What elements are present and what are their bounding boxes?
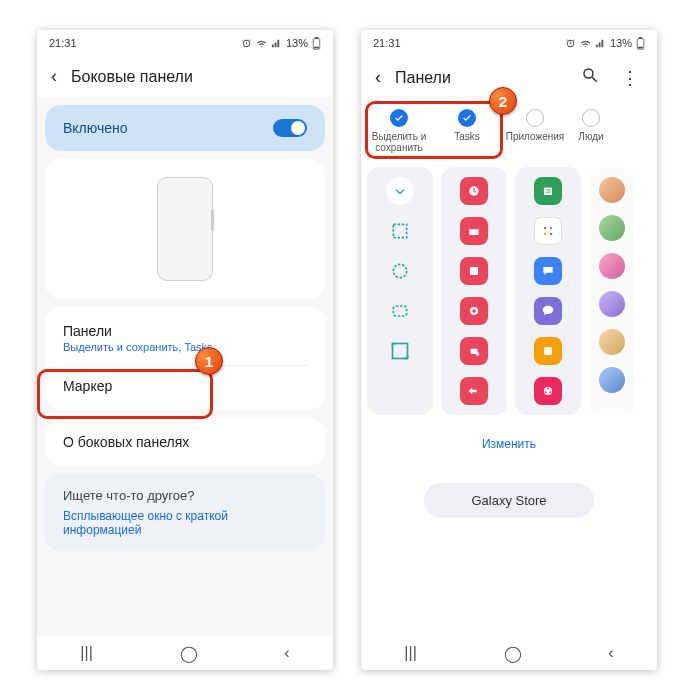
more-icon[interactable]: ⋮	[617, 67, 643, 89]
panels-sub: Выделить и сохранить, Tasks	[63, 341, 307, 353]
nav-recent-icon[interactable]: |||	[80, 644, 92, 662]
tab-select-save[interactable]: Выделить и сохранить	[367, 105, 431, 157]
tool-icon	[386, 217, 414, 245]
panels-row: 28	[361, 167, 657, 425]
toggle-switch[interactable]	[273, 119, 307, 137]
tab-tasks[interactable]: Tasks	[435, 105, 499, 157]
nav-back-icon[interactable]: ‹	[284, 644, 289, 662]
callout-badge-2: 2	[489, 87, 517, 115]
app-icon: 28	[534, 177, 562, 205]
tool-icon	[386, 177, 414, 205]
svg-point-17	[472, 309, 476, 313]
check-icon[interactable]	[458, 109, 476, 127]
svg-point-22	[544, 227, 546, 229]
tool-icon	[386, 257, 414, 285]
app-icon	[534, 337, 562, 365]
avatar	[599, 367, 625, 393]
wifi-icon	[256, 38, 267, 49]
avatar	[599, 177, 625, 203]
svg-point-24	[544, 233, 546, 235]
app-icon	[534, 297, 562, 325]
callout-badge-1: 1	[195, 347, 223, 375]
avatar	[599, 215, 625, 241]
panels-item[interactable]: Панели Выделить и сохранить, Tasks	[45, 311, 325, 365]
avatar	[599, 329, 625, 355]
svg-point-19	[476, 352, 480, 356]
nav-home-icon[interactable]: ◯	[504, 644, 522, 663]
check-icon[interactable]	[582, 109, 600, 127]
status-time: 21:31	[49, 37, 77, 49]
svg-point-25	[550, 233, 552, 235]
signal-icon	[595, 38, 606, 49]
page-title: Панели	[395, 69, 451, 87]
marker-item[interactable]: Маркер	[45, 366, 325, 406]
tab-people[interactable]: Люди	[571, 105, 611, 157]
svg-point-30	[549, 391, 551, 393]
status-bar: 21:31 13%	[37, 30, 333, 56]
alarm-icon	[241, 38, 252, 49]
about-section: О боковых панелях	[45, 418, 325, 466]
search-icon[interactable]	[577, 66, 603, 89]
status-right: 13%	[565, 37, 645, 50]
back-icon[interactable]: ‹	[375, 67, 381, 88]
svg-point-23	[550, 227, 552, 229]
app-icon	[460, 177, 488, 205]
battery-icon	[312, 37, 321, 50]
nav-back-icon[interactable]: ‹	[608, 644, 613, 662]
footer-card: Ищете что-то другое? Всплывающее окно с …	[45, 474, 325, 551]
marker-label: Маркер	[63, 378, 112, 394]
check-icon[interactable]	[390, 109, 408, 127]
tab-label: Выделить и сохранить	[367, 131, 431, 153]
battery-text: 13%	[286, 37, 308, 49]
panel-col-tasks[interactable]	[441, 167, 507, 415]
svg-point-9	[393, 264, 406, 277]
page-title: Боковые панели	[71, 68, 193, 86]
svg-rect-10	[393, 306, 406, 316]
app-icon	[534, 377, 562, 405]
panels-title: Панели	[63, 323, 307, 339]
panel-col-apps[interactable]: 28	[515, 167, 581, 415]
content: Выделить и сохранить Tasks Приложения Лю…	[361, 99, 657, 636]
status-time: 21:31	[373, 37, 401, 49]
battery-text: 13%	[610, 37, 632, 49]
galaxy-store-button[interactable]: Galaxy Store	[424, 483, 594, 518]
tab-apps[interactable]: Приложения	[503, 105, 567, 157]
svg-point-29	[545, 391, 547, 393]
phone-left: 21:31 13% ‹ Боковые панели Включено Пане…	[37, 30, 333, 670]
battery-icon	[636, 37, 645, 50]
svg-point-28	[547, 388, 549, 390]
tab-label: Люди	[578, 131, 603, 142]
check-icon[interactable]	[526, 109, 544, 127]
footer-link[interactable]: Всплывающее окно с краткой информацией	[63, 509, 307, 537]
svg-text:28: 28	[545, 189, 551, 194]
svg-rect-5	[638, 46, 643, 48]
nav-recent-icon[interactable]: |||	[404, 644, 416, 662]
nav-bar: ||| ◯ ‹	[37, 636, 333, 670]
app-icon	[460, 217, 488, 245]
content: Включено Панели Выделить и сохранить, Ta…	[37, 97, 333, 636]
about-item[interactable]: О боковых панелях	[45, 422, 325, 462]
avatar	[599, 291, 625, 317]
mini-phone-icon	[157, 177, 213, 281]
svg-rect-8	[393, 224, 406, 237]
panel-col-select[interactable]	[367, 167, 433, 415]
tab-label: Tasks	[454, 131, 480, 142]
back-icon[interactable]: ‹	[51, 66, 57, 87]
app-icon	[460, 297, 488, 325]
app-icon	[534, 257, 562, 285]
tool-icon	[386, 297, 414, 325]
app-icon	[460, 257, 488, 285]
about-label: О боковых панелях	[63, 434, 189, 450]
phone-right: 21:31 13% ‹ Панели ⋮ Выделить и сохранит…	[361, 30, 657, 670]
store-label: Galaxy Store	[471, 493, 546, 508]
svg-line-7	[592, 77, 597, 82]
settings-list: Панели Выделить и сохранить, Tasks Марке…	[45, 307, 325, 410]
alarm-icon	[565, 38, 576, 49]
nav-home-icon[interactable]: ◯	[180, 644, 198, 663]
edit-link[interactable]: Изменить	[361, 433, 657, 459]
avatar	[599, 253, 625, 279]
app-bar: ‹ Боковые панели	[37, 56, 333, 97]
panel-col-people[interactable]	[589, 167, 635, 415]
svg-rect-2	[314, 46, 319, 48]
enabled-row[interactable]: Включено	[45, 105, 325, 151]
